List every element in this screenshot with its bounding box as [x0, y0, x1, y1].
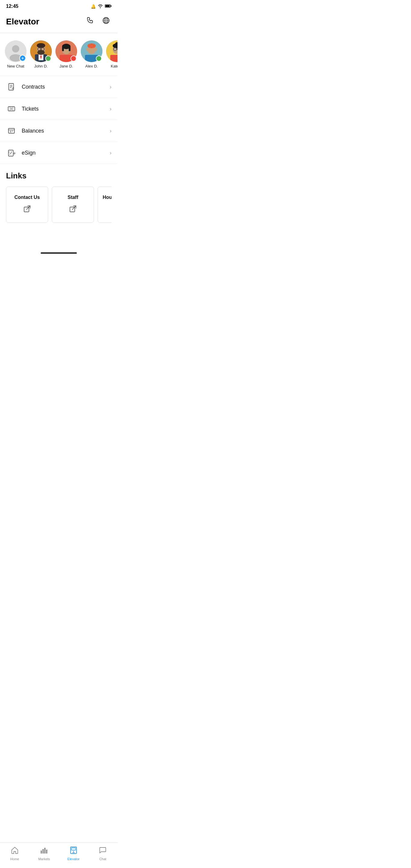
link-card-contact-us[interactable]: Contact Us	[6, 187, 48, 223]
svg-rect-1	[110, 5, 112, 7]
contracts-icon	[6, 82, 17, 92]
svg-rect-41	[9, 84, 13, 90]
menu-item-esign[interactable]: x eSign ›	[0, 142, 118, 164]
links-title: Links	[6, 171, 112, 181]
jane-avatar-wrap	[56, 40, 77, 62]
phone-button[interactable]	[85, 15, 96, 28]
alex-status-dot	[96, 56, 102, 61]
header-actions	[85, 15, 112, 28]
menu-list: Contracts › Tickets › Bala	[0, 76, 118, 164]
scroll-bar	[41, 252, 77, 254]
kate-avatar	[106, 40, 118, 62]
contact-alex[interactable]: Alex D.	[81, 40, 102, 68]
status-bar: 12:45 🔔	[0, 0, 118, 11]
esign-icon: x	[6, 147, 17, 158]
kate-avatar-wrap	[106, 40, 118, 62]
svg-rect-45	[8, 107, 15, 111]
tickets-icon	[6, 103, 17, 114]
john-avatar-wrap	[30, 40, 52, 62]
contracts-chevron: ›	[110, 84, 112, 90]
svg-line-56	[14, 153, 15, 154]
contact-new-chat[interactable]: + New Chat	[5, 40, 27, 68]
new-chat-badge: +	[19, 55, 26, 61]
svg-point-9	[12, 45, 19, 53]
svg-rect-2	[105, 5, 110, 7]
jane-label: Jane D.	[60, 64, 73, 68]
svg-line-58	[27, 206, 30, 210]
new-chat-avatar-wrap: +	[5, 40, 27, 62]
jane-status-dot	[70, 56, 76, 61]
balances-icon	[6, 125, 17, 136]
staff-external-icon	[69, 205, 77, 215]
svg-point-38	[114, 48, 117, 51]
john-label: John D.	[34, 64, 48, 68]
page-title: Elevator	[6, 17, 39, 27]
tickets-label: Tickets	[22, 106, 110, 112]
svg-point-16	[37, 50, 44, 55]
svg-point-32	[95, 48, 97, 51]
new-chat-label: New Chat	[7, 64, 24, 68]
svg-point-31	[86, 48, 89, 51]
link-card-staff[interactable]: Staff	[52, 187, 94, 223]
header-divider	[0, 33, 118, 33]
link-card-hours-exam[interactable]: Hours Exam...	[98, 187, 112, 223]
esign-label: eSign	[22, 150, 110, 156]
svg-text:x: x	[9, 151, 10, 153]
status-time: 12:45	[6, 4, 19, 9]
notification-icon: 🔔	[91, 4, 96, 9]
contact-us-external-icon	[23, 205, 31, 215]
svg-point-20	[37, 43, 45, 48]
contacts-row: + New Chat	[0, 38, 118, 73]
contact-john[interactable]: John D.	[30, 40, 52, 68]
alex-avatar-wrap	[81, 40, 102, 62]
kate-label: Kate P.	[111, 64, 118, 68]
esign-chevron: ›	[110, 150, 112, 156]
svg-rect-48	[8, 128, 14, 133]
svg-point-30	[87, 43, 96, 48]
wifi-icon	[98, 4, 103, 9]
phone-icon	[86, 18, 95, 27]
contact-us-label: Contact Us	[14, 195, 40, 200]
alex-label: Alex D.	[85, 64, 98, 68]
links-section: Links Contact Us Staff	[0, 166, 118, 226]
svg-line-60	[72, 206, 76, 210]
menu-item-balances[interactable]: Balances ›	[0, 120, 118, 142]
status-icons: 🔔	[91, 4, 112, 9]
scroll-indicator	[0, 250, 118, 255]
globe-icon	[102, 18, 110, 27]
tickets-chevron: ›	[110, 106, 112, 112]
svg-rect-34	[110, 55, 118, 62]
hours-exam-label: Hours Exam...	[103, 195, 112, 200]
john-status-dot	[45, 56, 51, 61]
contact-kate[interactable]: Kate P.	[106, 40, 118, 68]
links-grid: Contact Us Staff Hours Exa	[6, 187, 112, 223]
balances-label: Balances	[22, 128, 110, 134]
menu-item-contracts[interactable]: Contracts ›	[0, 76, 118, 98]
balances-chevron: ›	[110, 128, 112, 134]
contact-jane[interactable]: Jane D.	[56, 40, 77, 68]
contracts-label: Contracts	[22, 84, 110, 90]
svg-line-55	[13, 153, 15, 154]
svg-rect-25	[62, 46, 64, 51]
svg-rect-26	[69, 46, 70, 51]
header: Elevator	[0, 11, 118, 33]
menu-item-tickets[interactable]: Tickets ›	[0, 98, 118, 120]
staff-label: Staff	[67, 195, 78, 200]
battery-icon	[105, 4, 112, 9]
globe-button[interactable]	[101, 15, 112, 28]
